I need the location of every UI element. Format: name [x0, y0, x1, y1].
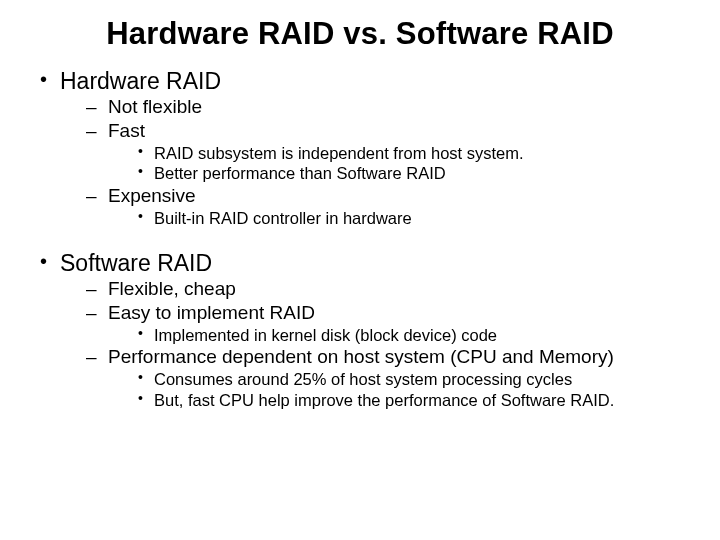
point-text: Not flexible	[108, 96, 202, 117]
list-item: Flexible, cheap	[84, 277, 692, 301]
list-item: Fast RAID subsystem is independent from …	[84, 119, 692, 184]
sub-text: But, fast CPU help improve the performan…	[154, 391, 614, 409]
point-text: Fast	[108, 120, 145, 141]
point-text: Easy to implement RAID	[108, 302, 315, 323]
software-points: Flexible, cheap Easy to implement RAID I…	[60, 277, 692, 410]
list-item: Consumes around 25% of host system proce…	[134, 369, 692, 390]
sub-list: Consumes around 25% of host system proce…	[108, 369, 692, 410]
sub-text: Implemented in kernel disk (block device…	[154, 326, 497, 344]
section-hardware-raid: Hardware RAID Not flexible Fast RAID sub…	[34, 68, 692, 228]
list-item: RAID subsystem is independent from host …	[134, 143, 692, 164]
sub-list: RAID subsystem is independent from host …	[108, 143, 692, 184]
list-item: Expensive Built-in RAID controller in ha…	[84, 184, 692, 228]
sub-list: Implemented in kernel disk (block device…	[108, 325, 692, 346]
top-list: Hardware RAID Not flexible Fast RAID sub…	[28, 68, 692, 410]
point-text: Expensive	[108, 185, 196, 206]
sub-text: Consumes around 25% of host system proce…	[154, 370, 572, 388]
list-item: But, fast CPU help improve the performan…	[134, 390, 692, 411]
slide-title: Hardware RAID vs. Software RAID	[28, 16, 692, 52]
list-item: Performance dependent on host system (CP…	[84, 345, 692, 410]
section-heading: Software RAID	[60, 250, 212, 276]
slide: Hardware RAID vs. Software RAID Hardware…	[0, 0, 720, 540]
section-software-raid: Software RAID Flexible, cheap Easy to im…	[34, 250, 692, 410]
list-item: Implemented in kernel disk (block device…	[134, 325, 692, 346]
sub-text: Better performance than Software RAID	[154, 164, 446, 182]
point-text: Performance dependent on host system (CP…	[108, 346, 614, 367]
sub-list: Built-in RAID controller in hardware	[108, 208, 692, 229]
list-item: Easy to implement RAID Implemented in ke…	[84, 301, 692, 345]
sub-text: Built-in RAID controller in hardware	[154, 209, 412, 227]
list-item: Not flexible	[84, 95, 692, 119]
list-item: Built-in RAID controller in hardware	[134, 208, 692, 229]
hardware-points: Not flexible Fast RAID subsystem is inde…	[60, 95, 692, 228]
sub-text: RAID subsystem is independent from host …	[154, 144, 524, 162]
point-text: Flexible, cheap	[108, 278, 236, 299]
section-heading: Hardware RAID	[60, 68, 221, 94]
list-item: Better performance than Software RAID	[134, 163, 692, 184]
